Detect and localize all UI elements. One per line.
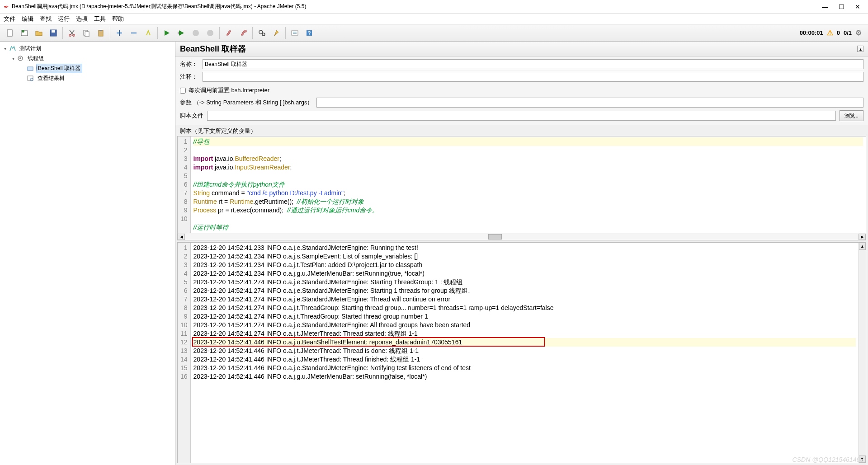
scroll-right-icon[interactable]: ▶ [859, 234, 866, 240]
tree-panel[interactable]: ▾ 测试计划 ▾ 线程组 BeanShell 取样器 查看结果树 [0, 42, 175, 465]
tree-toggle[interactable]: ▾ [10, 56, 16, 61]
script-file-label: 脚本文件 [180, 112, 203, 120]
menu-edit[interactable]: 编辑 [22, 15, 33, 23]
minimize-button[interactable]: — [822, 4, 828, 10]
menu-options[interactable]: 选项 [76, 15, 88, 23]
svg-rect-4 [52, 30, 55, 33]
gear-icon[interactable]: ⚙ [855, 28, 862, 37]
open-button[interactable] [32, 26, 46, 40]
svg-rect-0 [7, 30, 12, 36]
window-title: BeanShell调用java代码.jmx (D:\apache-jmeter-… [12, 3, 822, 10]
menu-run[interactable]: 运行 [58, 15, 70, 23]
comment-input[interactable] [203, 72, 863, 82]
browse-button[interactable]: 浏览.. [840, 110, 863, 121]
start-no-pause-button[interactable] [175, 26, 188, 40]
code-hscrollbar[interactable]: ◀ ▶ [178, 233, 866, 240]
params-input[interactable] [316, 98, 863, 108]
scroll-up-icon[interactable]: ▲ [859, 243, 866, 250]
testplan-icon [8, 44, 16, 52]
svg-rect-27 [28, 67, 33, 70]
tree-results[interactable]: 查看结果树 [36, 74, 66, 83]
maximize-button[interactable]: ☐ [838, 4, 844, 10]
menu-tools[interactable]: 工具 [94, 15, 106, 23]
menu-help[interactable]: 帮助 [112, 15, 124, 23]
svg-text:?: ? [308, 30, 311, 36]
script-file-input[interactable] [207, 111, 836, 121]
svg-point-26 [19, 57, 21, 59]
code-editor[interactable]: 12345678910 //导包 import java.io.Buffered… [177, 136, 866, 240]
reset-search-button[interactable] [269, 26, 283, 40]
warning-count: 0 [837, 29, 840, 36]
log-panel[interactable]: 12345678910111213141516 2023-12-20 14:52… [177, 242, 866, 463]
name-label: 名称： [180, 60, 200, 68]
results-icon [26, 74, 34, 82]
scroll-left-icon[interactable]: ◀ [178, 234, 185, 240]
reset-interpreter-label: 每次调用前重置 bsh.Interpreter [189, 86, 269, 94]
clear-all-button[interactable] [236, 26, 250, 40]
new-button[interactable] [3, 26, 17, 40]
threadgroup-icon [16, 54, 24, 62]
comment-label: 注释： [180, 73, 200, 81]
panel-title: BeanShell 取样器 [180, 43, 246, 54]
close-button[interactable]: ✕ [854, 4, 861, 10]
toggle-button[interactable] [142, 26, 155, 40]
thread-count: 0/1 [844, 29, 852, 36]
menu-file[interactable]: 文件 [4, 15, 15, 23]
collapse-button[interactable] [127, 26, 141, 40]
tree-sampler[interactable]: BeanShell 取样器 [36, 64, 82, 73]
start-button[interactable] [160, 26, 174, 40]
copy-button[interactable] [80, 26, 93, 40]
svg-point-2 [22, 30, 24, 33]
menu-search[interactable]: 查找 [40, 15, 52, 23]
expand-button[interactable] [113, 26, 126, 40]
shutdown-button[interactable] [203, 26, 217, 40]
svg-rect-10 [99, 30, 102, 31]
svg-rect-20 [292, 31, 298, 35]
help-button[interactable]: ? [302, 26, 316, 40]
svg-point-19 [262, 33, 265, 36]
svg-rect-8 [85, 32, 89, 37]
collapse-panel-button[interactable]: ▴ [857, 46, 863, 52]
app-icon: ✒ [4, 3, 9, 10]
name-input[interactable] [203, 59, 863, 69]
main-panel: BeanShell 取样器 ▴ 名称： 注释： 每次调用前重置 bsh.Inte… [175, 42, 868, 465]
stop-button[interactable] [189, 26, 203, 40]
paste-button[interactable] [94, 26, 108, 40]
script-label: 脚本（见下文所定义的变量） [175, 125, 868, 136]
tree-toggle[interactable]: ▾ [2, 46, 8, 51]
elapsed-time: 00:00:01 [800, 29, 823, 36]
save-button[interactable] [47, 26, 60, 40]
params-label: 参数 （-> String Parameters 和 String [ ]bsh… [180, 99, 313, 107]
menubar: 文件 编辑 查找 运行 选项 工具 帮助 [0, 14, 868, 24]
titlebar: ✒ BeanShell调用java代码.jmx (D:\apache-jmete… [0, 0, 868, 14]
function-helper-button[interactable] [288, 26, 302, 40]
warning-icon[interactable]: ⚠ [827, 28, 833, 37]
tree-testplan[interactable]: 测试计划 [18, 44, 42, 53]
svg-rect-14 [178, 32, 179, 34]
clear-button[interactable] [222, 26, 236, 40]
sampler-icon [26, 64, 34, 72]
svg-point-16 [207, 30, 213, 36]
search-button[interactable] [255, 26, 269, 40]
log-vscrollbar[interactable]: ▲ ▼ [859, 243, 866, 463]
svg-point-15 [193, 30, 199, 36]
toolbar: ? 00:00:01 ⚠ 0 0/1 ⚙ [0, 24, 868, 42]
scroll-down-icon[interactable]: ▼ [859, 456, 866, 463]
svg-point-18 [259, 30, 263, 34]
svg-point-17 [244, 30, 247, 33]
templates-button[interactable] [18, 26, 31, 40]
reset-interpreter-checkbox[interactable] [180, 88, 186, 94]
tree-threadgroup[interactable]: 线程组 [26, 54, 45, 63]
cut-button[interactable] [65, 26, 79, 40]
